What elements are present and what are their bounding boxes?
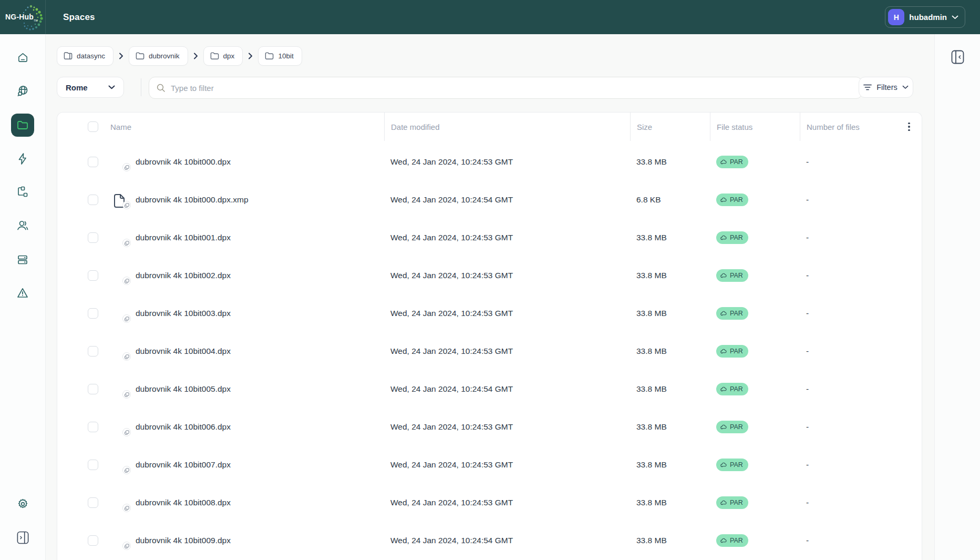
table-row[interactable]: dubrovnik 4k 10bit002.dpx Wed, 24 Jan 20… xyxy=(57,257,922,294)
file-size: 33.8 MB xyxy=(630,347,710,356)
file-size: 33.8 MB xyxy=(630,536,710,545)
row-checkbox[interactable] xyxy=(88,384,98,394)
panel-expand-icon xyxy=(17,531,29,544)
sidebar-item-alerts[interactable] xyxy=(11,281,34,304)
versions-badge-icon xyxy=(122,277,131,285)
sidebar-item-spaces[interactable] xyxy=(11,114,34,137)
column-header-file-status[interactable]: File status xyxy=(710,113,800,141)
table-header-row: Name Date modified Size File status Numb… xyxy=(57,113,922,141)
file-count: - xyxy=(800,233,899,242)
row-checkbox[interactable] xyxy=(88,308,98,319)
row-checkbox[interactable] xyxy=(88,157,98,167)
column-header-date-modified[interactable]: Date modified xyxy=(384,113,630,141)
file-count: - xyxy=(800,422,899,432)
file-status-label: PAR xyxy=(730,196,743,203)
file-date-modified: Wed, 24 Jan 2024, 10:24:54 GMT xyxy=(384,195,630,205)
search-icon xyxy=(157,84,166,93)
sidebar-item-users[interactable] xyxy=(11,214,34,237)
breadcrumb-item-datasync[interactable]: datasync xyxy=(57,46,114,66)
row-checkbox[interactable] xyxy=(88,270,98,281)
table-row[interactable]: dubrovnik 4k 10bit000.dpx.xmp Wed, 24 Ja… xyxy=(57,181,922,219)
cloud-icon xyxy=(720,159,727,165)
file-size: 33.8 MB xyxy=(630,233,710,242)
search-input[interactable] xyxy=(171,84,854,93)
file-status-label: PAR xyxy=(730,348,743,355)
sidebar-item-home[interactable] xyxy=(11,46,34,69)
column-header-number-of-files[interactable]: Number of files xyxy=(800,113,899,141)
left-sidebar xyxy=(0,34,46,560)
file-size: 33.8 MB xyxy=(630,384,710,394)
row-checkbox[interactable] xyxy=(88,535,98,546)
sidebar-item-automation[interactable] xyxy=(11,147,34,170)
file-name: dubrovnik 4k 10bit003.dpx xyxy=(136,309,231,318)
cloud-icon xyxy=(720,538,727,543)
file-count: - xyxy=(800,536,899,545)
versions-badge-icon xyxy=(122,542,131,550)
file-date-modified: Wed, 24 Jan 2024, 10:24:53 GMT xyxy=(384,157,630,167)
search-box[interactable] xyxy=(149,77,862,99)
versions-badge-icon xyxy=(122,504,131,512)
user-name: hubadmin xyxy=(909,13,947,22)
page-title: Spaces xyxy=(63,0,95,34)
file-status-badge: PAR xyxy=(716,383,748,395)
chevron-right-icon xyxy=(119,53,123,59)
cloud-icon xyxy=(720,311,727,316)
file-date-modified: Wed, 24 Jan 2024, 10:24:54 GMT xyxy=(384,384,630,394)
table-row[interactable]: dubrovnik 4k 10bit004.dpx Wed, 24 Jan 20… xyxy=(57,332,922,370)
table-row[interactable]: dubrovnik 4k 10bit001.dpx Wed, 24 Jan 20… xyxy=(57,219,922,257)
file-date-modified: Wed, 24 Jan 2024, 10:24:53 GMT xyxy=(384,422,630,432)
file-date-modified: Wed, 24 Jan 2024, 10:24:54 GMT xyxy=(384,536,630,545)
file-name: dubrovnik 4k 10bit000.dpx xyxy=(136,157,231,167)
sidebar-item-storage[interactable] xyxy=(11,248,34,271)
file-status-label: PAR xyxy=(730,310,743,317)
user-menu[interactable]: H hubadmin xyxy=(885,6,965,28)
sidebar-item-collapse-sidebar[interactable] xyxy=(11,526,34,549)
table-row[interactable]: dubrovnik 4k 10bit009.dpx Wed, 24 Jan 20… xyxy=(57,522,922,559)
file-size: 33.8 MB xyxy=(630,157,710,167)
folder-icon xyxy=(265,52,274,60)
table-options-kebab-icon[interactable] xyxy=(905,119,913,135)
table-row[interactable]: dubrovnik 4k 10bit003.dpx Wed, 24 Jan 20… xyxy=(57,294,922,332)
file-status-badge: PAR xyxy=(716,194,748,206)
file-size: 6.8 KB xyxy=(630,195,710,205)
blocks-icon xyxy=(16,186,29,198)
users-icon xyxy=(16,220,29,231)
sidebar-item-integrations[interactable] xyxy=(11,180,34,203)
app-logo[interactable]: NG-HubTM xyxy=(4,2,45,32)
versions-badge-icon xyxy=(122,466,131,474)
breadcrumb-item-10bit[interactable]: 10bit xyxy=(258,46,302,66)
file-status-badge: PAR xyxy=(716,496,748,509)
row-checkbox[interactable] xyxy=(88,346,98,357)
row-checkbox[interactable] xyxy=(88,460,98,470)
space-selector[interactable]: Rome xyxy=(57,77,124,98)
file-count: - xyxy=(800,384,899,394)
breadcrumb-item-dubrovnik[interactable]: dubrovnik xyxy=(129,46,188,66)
sidebar-item-settings[interactable] xyxy=(11,492,34,515)
row-checkbox[interactable] xyxy=(88,195,98,205)
file-name: dubrovnik 4k 10bit004.dpx xyxy=(136,347,231,356)
column-header-name[interactable]: Name xyxy=(106,113,384,141)
file-status-badge: PAR xyxy=(716,345,748,358)
select-all-checkbox[interactable] xyxy=(88,121,98,132)
row-checkbox[interactable] xyxy=(88,422,98,432)
filters-button[interactable]: Filters xyxy=(859,77,913,98)
breadcrumb-item-dpx[interactable]: dpx xyxy=(203,46,243,66)
table-row[interactable]: dubrovnik 4k 10bit005.dpx Wed, 24 Jan 20… xyxy=(57,370,922,408)
column-header-size[interactable]: Size xyxy=(630,113,710,141)
row-checkbox[interactable] xyxy=(88,497,98,508)
file-name: dubrovnik 4k 10bit000.dpx.xmp xyxy=(136,195,249,205)
table-row[interactable]: dubrovnik 4k 10bit006.dpx Wed, 24 Jan 20… xyxy=(57,408,922,446)
table-row[interactable]: dubrovnik 4k 10bit008.dpx Wed, 24 Jan 20… xyxy=(57,484,922,522)
row-checkbox[interactable] xyxy=(88,232,98,243)
sidebar-item-discover[interactable] xyxy=(11,79,34,103)
space-icon xyxy=(64,52,73,60)
chevron-down-icon xyxy=(108,85,115,89)
file-count: - xyxy=(800,460,899,470)
file-status-badge: PAR xyxy=(716,269,748,282)
table-row[interactable]: dubrovnik 4k 10bit000.dpx Wed, 24 Jan 20… xyxy=(57,143,922,181)
versions-badge-icon xyxy=(122,163,131,171)
panel-collapse-icon[interactable] xyxy=(951,50,964,66)
table-row[interactable]: dubrovnik 4k 10bit007.dpx Wed, 24 Jan 20… xyxy=(57,446,922,484)
breadcrumb-label: dpx xyxy=(223,52,235,60)
file-name: dubrovnik 4k 10bit006.dpx xyxy=(136,422,231,432)
